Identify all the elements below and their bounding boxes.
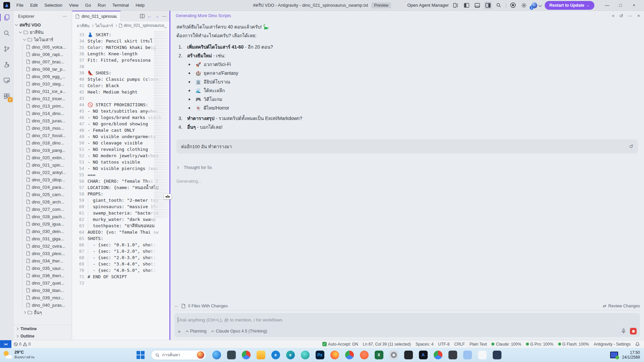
tree-file[interactable]: dino_032_ovira... — [13, 242, 72, 250]
breadcrumb[interactable]: ยาสีฟัน ไดโนเสาร์ dino_021_spinosaurus_ — [72, 21, 169, 29]
tree-file[interactable]: dino_039_micr... — [13, 294, 72, 301]
minimap[interactable] — [154, 32, 169, 219]
menu-item[interactable]: View — [66, 1, 82, 9]
explorer-icon[interactable] — [3, 13, 11, 21]
menu-item[interactable]: File — [13, 1, 26, 9]
tree-file[interactable]: dino_005_volca... — [13, 43, 72, 51]
files-with-changes[interactable]: 0 Files With Changes — [188, 304, 228, 308]
tree-file[interactable]: dino_030_dein... — [13, 228, 72, 235]
restore-checkpoint-icon[interactable]: ↺ — [629, 143, 633, 149]
menu-item[interactable]: Help — [132, 1, 148, 9]
tree-file[interactable]: dino_028_pach... — [13, 213, 72, 220]
restart-to-update-button[interactable]: Restart to Update → — [545, 1, 594, 10]
tree-file[interactable]: dino_025_carn... — [13, 191, 72, 198]
quota-item[interactable]: G Pro: 100% — [524, 342, 556, 347]
antigravity-settings[interactable]: Antigravity - Settings — [591, 342, 633, 347]
tree-file[interactable]: dino_014_dino... — [13, 110, 72, 117]
quota-item[interactable]: G Flash: 100% — [556, 342, 591, 347]
tree-file[interactable]: dino_020_extin... — [13, 154, 72, 161]
outline-section[interactable]: Outline — [13, 333, 72, 340]
tree-file[interactable]: dino_022_ankyl... — [13, 169, 72, 176]
tree-file[interactable]: dino_019_pang... — [13, 146, 72, 154]
taskbar-app-icon[interactable] — [360, 351, 369, 359]
tree-file[interactable]: dino_040_juras... — [13, 301, 72, 309]
menu-item[interactable]: Run — [95, 1, 109, 9]
open-agent-manager-button[interactable]: Open Agent Manager — [407, 3, 449, 8]
review-changes-button[interactable]: ⇄ Review Changes — [603, 303, 640, 308]
tree-root[interactable]: สคริป VDO — [13, 21, 72, 28]
timeline-section[interactable]: Timeline — [13, 325, 72, 333]
tree-file[interactable]: dino_036_theri... — [13, 272, 72, 279]
tree-file[interactable]: dino_026_arch... — [13, 198, 72, 205]
notifications-bell[interactable] — [633, 342, 642, 347]
tree-file[interactable]: dino_033_plesi... — [13, 250, 72, 257]
more-options-icon[interactable]: ⋯ — [628, 13, 633, 18]
back-icon[interactable]: ← — [174, 304, 179, 308]
remote-explorer-icon[interactable] — [3, 76, 11, 84]
tree-file[interactable]: dino_010_steg... — [13, 80, 72, 87]
taskbar-app-icon[interactable]: A — [419, 351, 428, 359]
tree-file[interactable]: dino_021_spin... — [13, 161, 72, 169]
stop-generation-button[interactable] — [630, 328, 637, 335]
gemini-icon[interactable] — [509, 2, 517, 9]
tree-file[interactable]: dino_013_prim... — [13, 102, 72, 110]
taskbar-app-icon[interactable] — [345, 351, 354, 359]
taskbar-app-icon[interactable]: e — [271, 351, 280, 359]
run-debug-icon[interactable] — [3, 61, 11, 69]
extensions-icon[interactable]: ! — [3, 92, 11, 100]
tree-file[interactable]: dino_037_quet... — [13, 279, 72, 287]
language-mode[interactable]: Plain Text — [467, 342, 489, 347]
taskbar-clock[interactable]: 17:50 24/1/2569 — [622, 350, 640, 360]
taskbar-app-icon[interactable] — [330, 351, 339, 359]
maximize-button[interactable]: □ — [614, 0, 627, 10]
taskbar-app-icon[interactable] — [227, 351, 236, 359]
split-editor-icon[interactable] — [140, 14, 145, 18]
taskbar-app-icon[interactable] — [448, 351, 457, 359]
tree-file[interactable]: dino_029_igua... — [13, 220, 72, 228]
close-panel-icon[interactable]: × — [637, 13, 640, 18]
problems-indicator[interactable]: 0 0 — [11, 342, 33, 347]
auto-accept-status[interactable]: ✓ Auto-Accept: ON — [320, 342, 361, 347]
customize-layout-icon[interactable] — [452, 2, 460, 9]
weather-widget[interactable]: 29°C มีเมฆบางส่วน — [0, 350, 50, 360]
microphone-icon[interactable] — [621, 328, 626, 334]
taskbar-app-icon[interactable]: e — [286, 351, 295, 359]
taskbar-search[interactable]: การค้นหา — [151, 350, 206, 360]
quota-item[interactable]: Claude: 100% — [489, 342, 523, 347]
tree-file[interactable]: dino_006_rapt... — [13, 51, 72, 58]
eol-setting[interactable]: CRLF — [452, 342, 467, 347]
taskbar-app-icon[interactable] — [478, 351, 487, 359]
tree-file[interactable]: dino_016_mos... — [13, 124, 72, 132]
taskbar-app-icon[interactable] — [301, 351, 310, 359]
search-sidebar-icon[interactable] — [3, 29, 11, 37]
taskbar-app-icon[interactable]: X — [375, 351, 383, 359]
tree-file[interactable]: dino_017_fossil... — [13, 132, 72, 139]
planning-toggle[interactable]: Planning — [186, 329, 207, 334]
tree-file[interactable]: dino_011_ice_a... — [13, 87, 72, 95]
tree-file[interactable]: dino_023_dilop... — [13, 176, 72, 183]
toggle-panel-icon[interactable] — [474, 2, 481, 9]
search-icon[interactable] — [495, 2, 502, 9]
toggle-secondary-sidebar-icon[interactable] — [484, 2, 492, 9]
menu-item[interactable]: Selection — [41, 1, 65, 9]
chat-input[interactable]: Ask anything (Ctrl+L), @ to mention, / f… — [174, 313, 640, 326]
taskbar-app-icon[interactable] — [404, 351, 413, 359]
cursor-position[interactable]: Ln 67, Col 39 (11 selected) — [361, 342, 413, 347]
tab-dino-021[interactable]: dino_021_spinosaurus_sw — [72, 11, 121, 21]
tree-file[interactable]: dino_015_juras... — [13, 117, 72, 124]
taskbar-app-icon[interactable] — [434, 351, 442, 359]
encoding-setting[interactable]: UTF-8 — [436, 342, 452, 347]
attach-icon[interactable]: + — [178, 328, 181, 334]
tree-file[interactable]: dino_008_tar_p... — [13, 65, 72, 73]
taskbar-app-icon[interactable] — [493, 351, 501, 359]
tree-folder-dino[interactable]: ไดโนเสาร์ — [13, 36, 72, 43]
tree-folder-other[interactable]: อื่นๆ — [13, 309, 72, 316]
tree-file[interactable]: dino_009_egg_... — [13, 73, 72, 80]
explorer-more-icon[interactable]: ⋯ — [62, 14, 67, 19]
gear-icon[interactable] — [520, 2, 528, 9]
taskbar-app-icon[interactable]: Ps — [316, 351, 324, 359]
tree-file[interactable]: dino_038_titan... — [13, 287, 72, 294]
more-actions-icon[interactable]: ⋯ — [162, 13, 167, 19]
history-icon[interactable]: ↺ — [619, 13, 623, 18]
account-avatar[interactable]: 1 — [531, 2, 541, 9]
